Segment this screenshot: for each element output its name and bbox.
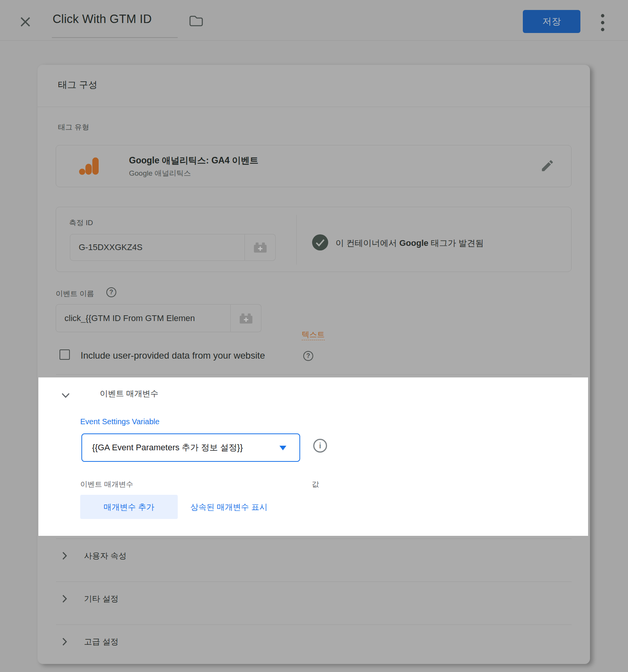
- value-column-label: 값: [312, 479, 319, 489]
- add-parameter-button[interactable]: 매개변수 추가: [80, 495, 178, 519]
- tag-type-label: 태그 유형: [58, 122, 89, 132]
- section-row-advanced-settings[interactable]: 고급 설정: [56, 625, 572, 663]
- event-name-input[interactable]: [56, 304, 231, 332]
- user-data-help-icon[interactable]: ?: [303, 351, 313, 361]
- event-parameters-column-label: 이벤트 매개변수: [80, 479, 133, 489]
- status-prefix: 이 컨테이너에서: [335, 238, 399, 248]
- status-suffix: 태그가 발견됨: [428, 238, 484, 248]
- top-bar: Click With GTM ID 저장: [0, 0, 628, 41]
- measurement-group: 측정 ID 이 컨테이너에서 Google 태그가 발견됨: [56, 207, 572, 272]
- variable-brick-icon: [239, 313, 253, 324]
- edit-tag-type-button[interactable]: [539, 158, 556, 175]
- chevron-right-icon: [62, 595, 67, 603]
- tag-type-vendor: Google 애널리틱스: [129, 168, 191, 178]
- tag-type-name: Google 애널리틱스: GA4 이벤트: [129, 155, 258, 166]
- chevron-down-icon: [61, 393, 70, 398]
- folder-button[interactable]: [188, 15, 204, 28]
- info-icon[interactable]: i: [313, 439, 327, 453]
- chevron-right-icon: [62, 637, 67, 646]
- measurement-variable-picker-button[interactable]: [245, 234, 276, 261]
- section-row-other-settings[interactable]: 기타 설정: [56, 582, 572, 620]
- close-button[interactable]: [18, 15, 32, 29]
- event-name-label: 이벤트 이름: [56, 289, 94, 299]
- status-bold: Google: [399, 238, 428, 248]
- page-title[interactable]: Click With GTM ID: [53, 12, 152, 26]
- section-row-label: 사용자 속성: [84, 550, 127, 561]
- title-underline: [52, 37, 178, 38]
- google-tag-status: 이 컨테이너에서 Google 태그가 발견됨: [335, 237, 484, 249]
- panel-header-divider: [38, 107, 590, 107]
- event-settings-variable-dropdown[interactable]: {{GA Event Parameters 추가 정보 설정}}: [81, 433, 300, 462]
- event-params-top-divider: [56, 374, 572, 375]
- measurement-id-label: 측정 ID: [69, 218, 93, 228]
- event-parameters-section: 이벤트 매개변수 Event Settings Variable {{GA Ev…: [38, 377, 588, 536]
- user-data-checkbox-label: Include user-provided data from your web…: [81, 350, 265, 361]
- show-inherited-parameters-link[interactable]: 상속된 매개변수 표시: [190, 502, 268, 512]
- ga4-analytics-icon: [78, 155, 101, 178]
- event-settings-variable-label: Event Settings Variable: [80, 417, 159, 426]
- measurement-id-input[interactable]: [70, 234, 245, 261]
- kebab-menu-button[interactable]: [596, 13, 610, 33]
- tag-configuration-panel: 태그 구성 태그 유형 Google 애널리틱스: GA4 이벤트 Google…: [38, 65, 590, 664]
- section-row-label: 기타 설정: [84, 593, 119, 604]
- pencil-icon: [540, 158, 555, 173]
- section-title: 이벤트 매개변수: [100, 388, 159, 399]
- value-type-text-link[interactable]: 텍스트: [302, 329, 325, 340]
- close-icon: [20, 16, 31, 28]
- save-button[interactable]: 저장: [523, 10, 580, 33]
- check-circle-icon: [312, 234, 329, 251]
- tag-type-card[interactable]: Google 애널리틱스: GA4 이벤트 Google 애널리틱스: [56, 145, 572, 187]
- variable-brick-icon: [253, 242, 267, 253]
- chevron-right-icon: [62, 552, 67, 560]
- group-vertical-divider: [296, 215, 297, 265]
- panel-title: 태그 구성: [58, 79, 98, 91]
- event-name-help-icon[interactable]: ?: [106, 287, 116, 297]
- event-name-variable-picker-button[interactable]: [231, 304, 261, 332]
- section-row-label: 고급 설정: [84, 636, 119, 647]
- folder-icon: [189, 15, 203, 27]
- kebab-icon: [600, 13, 605, 32]
- dropdown-arrow-icon: [279, 446, 286, 450]
- user-data-checkbox[interactable]: [59, 349, 70, 360]
- dropdown-selected-value: {{GA Event Parameters 추가 정보 설정}}: [92, 434, 243, 461]
- event-parameters-section-header[interactable]: 이벤트 매개변수: [55, 387, 247, 404]
- section-row-user-properties[interactable]: 사용자 속성: [56, 539, 572, 577]
